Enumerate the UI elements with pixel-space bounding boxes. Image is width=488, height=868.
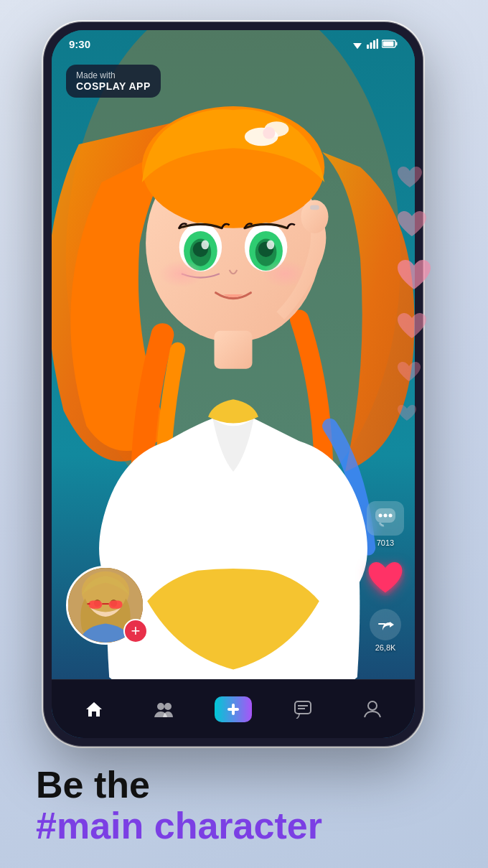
heart-icon: [396, 165, 423, 190]
svg-point-19: [301, 200, 328, 233]
share-button[interactable]: 26,8K: [370, 609, 401, 652]
svg-point-53: [368, 701, 377, 710]
svg-rect-42: [88, 600, 102, 608]
svg-point-47: [164, 703, 172, 710]
home-icon: [85, 700, 103, 719]
status-bar: 9:30: [52, 30, 415, 57]
status-icons: [352, 39, 398, 49]
people-icon: [154, 700, 174, 719]
svg-point-32: [379, 514, 383, 518]
svg-rect-24: [367, 45, 369, 49]
battery-icon: [382, 39, 398, 48]
comment-count: 7013: [377, 538, 394, 547]
svg-rect-44: [102, 603, 108, 605]
action-buttons: 7013: [366, 501, 405, 652]
svg-point-46: [157, 703, 164, 710]
nav-people[interactable]: [128, 688, 198, 731]
svg-rect-30: [383, 42, 394, 47]
svg-point-16: [267, 241, 275, 250]
heart-icon: [396, 360, 422, 383]
user-avatar-container: +: [66, 566, 145, 645]
made-with-badge: Made with COSPLAY APP: [66, 65, 161, 98]
svg-point-17: [159, 260, 205, 287]
svg-rect-25: [370, 42, 372, 49]
badge-line2: COSPLAY APP: [76, 80, 151, 92]
like-heart-icon: [366, 559, 405, 597]
be-the-text: Be the: [36, 765, 452, 806]
profile-icon: [363, 700, 382, 719]
share-arrow-icon: [377, 616, 394, 633]
svg-rect-45: [87, 603, 90, 605]
message-icon: [294, 700, 312, 719]
svg-rect-43: [109, 600, 123, 608]
svg-point-34: [389, 514, 393, 518]
heart-icon: [396, 312, 428, 340]
svg-marker-23: [355, 45, 360, 49]
svg-rect-50: [295, 701, 311, 714]
time-display: 9:30: [69, 38, 90, 50]
svg-rect-29: [396, 42, 398, 46]
nav-messages[interactable]: [268, 688, 338, 731]
phone-screen: 9:30: [52, 30, 415, 738]
share-count: 26,8K: [375, 643, 396, 652]
main-character-text: #main character: [36, 806, 452, 846]
heart-icon: [396, 210, 428, 238]
like-button[interactable]: [366, 559, 405, 597]
nav-profile[interactable]: [338, 688, 408, 731]
comment-button[interactable]: 7013: [367, 501, 404, 547]
svg-rect-35: [378, 623, 385, 625]
phone-frame: 9:30: [43, 22, 423, 747]
footer-text-area: Be the #main character: [36, 765, 452, 846]
svg-rect-49: [227, 708, 239, 711]
chat-bubble-icon: [374, 507, 397, 527]
comment-icon: [367, 501, 404, 536]
svg-point-33: [384, 514, 388, 518]
heart-icon: [396, 403, 418, 423]
signal-icon: [367, 39, 378, 49]
svg-rect-20: [310, 205, 319, 210]
add-button[interactable]: +: [123, 619, 148, 643]
svg-rect-26: [373, 40, 375, 49]
svg-rect-27: [377, 39, 379, 49]
share-icon: [370, 609, 401, 640]
svg-point-6: [263, 127, 275, 139]
svg-rect-21: [214, 331, 252, 369]
heart-icon: [396, 258, 432, 291]
add-content-button[interactable]: [215, 696, 252, 722]
nav-add[interactable]: [198, 688, 268, 731]
wifi-icon: [352, 39, 363, 49]
svg-point-11: [201, 241, 209, 250]
nav-home[interactable]: [59, 688, 128, 731]
badge-line1: Made with: [76, 70, 151, 80]
plus-icon: [226, 702, 240, 717]
bottom-nav: [52, 679, 415, 738]
floating-hearts: [396, 165, 432, 423]
phone-wrapper: 9:30: [43, 22, 445, 754]
